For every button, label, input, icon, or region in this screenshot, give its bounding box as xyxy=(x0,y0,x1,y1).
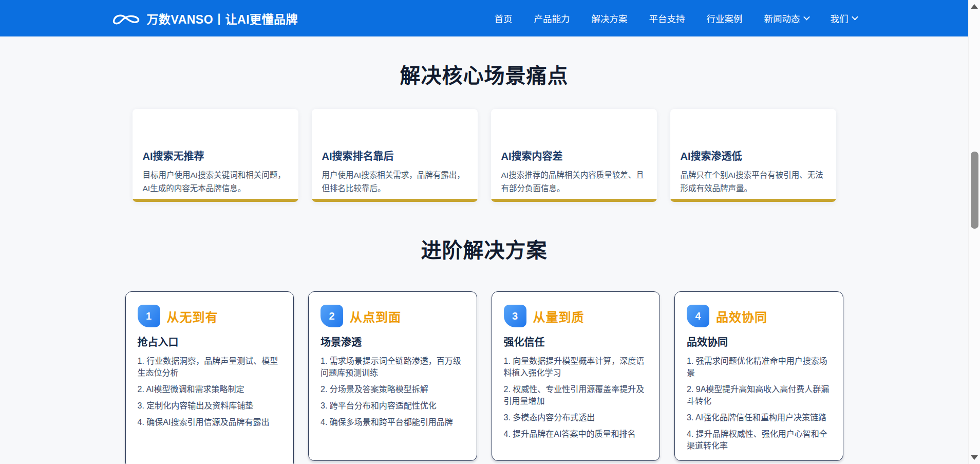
scroll-up-arrow-icon[interactable] xyxy=(971,4,978,9)
solution-subtitle: 场景渗透 xyxy=(321,334,465,349)
solution-card-step1[interactable]: 1 从无到有 抢占入口 1. 行业数据洞察，品牌声量测试、模型生态位分析 2. … xyxy=(125,291,294,464)
page-viewport: 万数VANSO丨让AI更懂品牌 首页 产品能力 解决方案 平台支持 行业案例 新… xyxy=(0,0,968,464)
list-item: 3. AI强化品牌信任和重构用户决策链路 xyxy=(687,412,831,423)
solution-tag: 从点到面 xyxy=(350,307,401,325)
solution-subtitle: 强化信任 xyxy=(504,334,648,349)
solution-item-list: 1. 向量数据提升模型概率计算，深度语料植入强化学习 2. 权威性、专业性引用源… xyxy=(504,355,648,440)
solution-card-header: 2 从点到面 xyxy=(321,305,465,327)
step-number-badge: 3 xyxy=(504,305,526,327)
nav-item-solutions[interactable]: 解决方案 xyxy=(592,12,628,25)
solution-tag: 品效协同 xyxy=(716,307,767,325)
pain-card-desc: 用户使用AI搜索相关需求，品牌有露出，但排名比较靠后。 xyxy=(322,169,467,195)
chevron-down-icon xyxy=(852,13,858,20)
list-item: 1. 向量数据提升模型概率计算，深度语料植入强化学习 xyxy=(504,355,648,379)
solution-cards-row: 1 从无到有 抢占入口 1. 行业数据洞察，品牌声量测试、模型生态位分析 2. … xyxy=(125,291,843,464)
pain-card-title: AI搜索排名靠后 xyxy=(322,148,467,163)
nav-item-product[interactable]: 产品能力 xyxy=(534,12,570,25)
list-item: 4. 确保AI搜索引用信源及品牌有露出 xyxy=(138,416,282,428)
nav-item-news[interactable]: 新闻动态 xyxy=(764,12,809,25)
pain-card-title: AI搜索无推荐 xyxy=(143,148,288,163)
solution-card-step3[interactable]: 3 从量到质 强化信任 1. 向量数据提升模型概率计算，深度语料植入强化学习 2… xyxy=(492,291,661,461)
list-item: 3. 定制化内容输出及资料库铺垫 xyxy=(138,400,282,412)
pain-cards-row: AI搜索无推荐 目标用户使用AI搜索关键词和相关问题，AI生成的内容无本品牌信息… xyxy=(133,109,836,202)
pain-card-title: AI搜索渗透低 xyxy=(681,148,826,163)
solution-card-header: 1 从无到有 xyxy=(138,305,282,327)
nav-item-home[interactable]: 首页 xyxy=(495,12,513,25)
pain-section-title: 解决核心场景痛点 xyxy=(0,60,968,91)
pain-card-desc: 目标用户使用AI搜索关键词和相关问题，AI生成的内容无本品牌信息。 xyxy=(143,169,288,195)
solution-subtitle: 品效协同 xyxy=(687,334,831,349)
solution-subtitle: 抢占入口 xyxy=(138,334,282,349)
solution-card-header: 3 从量到质 xyxy=(504,305,648,327)
solution-tag: 从无到有 xyxy=(167,307,218,325)
scrollbar-thumb[interactable] xyxy=(971,152,978,229)
logo-text: 万数VANSO丨让AI更懂品牌 xyxy=(147,10,298,27)
gold-accent-bar xyxy=(312,199,478,202)
list-item: 2. 权威性、专业性引用源覆盖率提升及引用量增加 xyxy=(504,383,648,407)
gold-accent-bar xyxy=(670,199,836,202)
gold-accent-bar xyxy=(133,199,298,202)
header-container: 万数VANSO丨让AI更懂品牌 首页 产品能力 解决方案 平台支持 行业案例 新… xyxy=(111,10,857,27)
list-item: 3. 多模态内容分布式透出 xyxy=(504,412,648,423)
list-item: 2. 9A模型提升高知高收入高付费人群漏斗转化 xyxy=(687,383,831,407)
list-item: 3. 跨平台分布和内容适配性优化 xyxy=(321,400,465,412)
logo-infinity-icon xyxy=(111,11,141,26)
step-number-badge: 1 xyxy=(138,305,160,327)
list-item: 4. 提升品牌权威性、强化用户心智和全渠道转化率 xyxy=(687,428,831,452)
list-item: 2. AI模型微调和需求策略制定 xyxy=(138,383,282,395)
list-item: 1. 强需求问题优化精准命中用户搜索场景 xyxy=(687,355,831,379)
nav-item-about[interactable]: 我们 xyxy=(831,12,857,25)
list-item: 4. 提升品牌在AI答案中的质量和排名 xyxy=(504,428,648,440)
list-item: 2. 分场景及答案策略模型拆解 xyxy=(321,383,465,395)
pain-card-low-penetration: AI搜索渗透低 品牌只在个别AI搜索平台有被引用、无法形成有效品牌声量。 xyxy=(670,109,836,202)
solution-item-list: 1. 需求场景提示词全链路渗透，百万级问题库预测训练 2. 分场景及答案策略模型… xyxy=(321,355,465,428)
solution-card-step4[interactable]: 4 品效协同 品效协同 1. 强需求问题优化精准命中用户搜索场景 2. 9A模型… xyxy=(674,291,843,461)
brand-logo[interactable]: 万数VANSO丨让AI更懂品牌 xyxy=(111,10,298,27)
pain-card-no-recommendation: AI搜索无推荐 目标用户使用AI搜索关键词和相关问题，AI生成的内容无本品牌信息… xyxy=(133,109,298,202)
main-nav: 首页 产品能力 解决方案 平台支持 行业案例 新闻动态 我们 xyxy=(495,12,857,25)
pain-card-title: AI搜索内容差 xyxy=(501,148,647,163)
scroll-down-arrow-icon[interactable] xyxy=(971,455,978,460)
solution-card-step2[interactable]: 2 从点到面 场景渗透 1. 需求场景提示词全链路渗透，百万级问题库预测训练 2… xyxy=(308,291,477,461)
pain-card-low-ranking: AI搜索排名靠后 用户使用AI搜索相关需求，品牌有露出，但排名比较靠后。 xyxy=(312,109,478,202)
list-item: 4. 确保多场景和跨平台都能引用品牌 xyxy=(321,416,465,428)
solution-item-list: 1. 强需求问题优化精准命中用户搜索场景 2. 9A模型提升高知高收入高付费人群… xyxy=(687,355,831,452)
nav-item-platform[interactable]: 平台支持 xyxy=(649,12,685,25)
pain-card-desc: AI搜索推荐的品牌相关内容质量较差、且有部分负面信息。 xyxy=(501,169,647,195)
solution-card-header: 4 品效协同 xyxy=(687,305,831,327)
pain-card-poor-content: AI搜索内容差 AI搜索推荐的品牌相关内容质量较差、且有部分负面信息。 xyxy=(491,109,657,202)
step-number-badge: 2 xyxy=(321,305,343,327)
chevron-down-icon xyxy=(803,13,810,20)
scrollbar-track[interactable] xyxy=(968,0,980,464)
nav-item-cases[interactable]: 行业案例 xyxy=(707,12,743,25)
solution-section-title: 进阶解决方案 xyxy=(0,235,968,266)
step-number-badge: 4 xyxy=(687,305,709,327)
top-nav-bar: 万数VANSO丨让AI更懂品牌 首页 产品能力 解决方案 平台支持 行业案例 新… xyxy=(0,0,968,36)
solution-item-list: 1. 行业数据洞察，品牌声量测试、模型生态位分析 2. AI模型微调和需求策略制… xyxy=(138,355,282,428)
list-item: 1. 行业数据洞察，品牌声量测试、模型生态位分析 xyxy=(138,355,282,379)
solution-tag: 从量到质 xyxy=(533,307,585,325)
pain-card-desc: 品牌只在个别AI搜索平台有被引用、无法形成有效品牌声量。 xyxy=(681,169,826,195)
gold-accent-bar xyxy=(491,199,657,202)
list-item: 1. 需求场景提示词全链路渗透，百万级问题库预测训练 xyxy=(321,355,465,379)
